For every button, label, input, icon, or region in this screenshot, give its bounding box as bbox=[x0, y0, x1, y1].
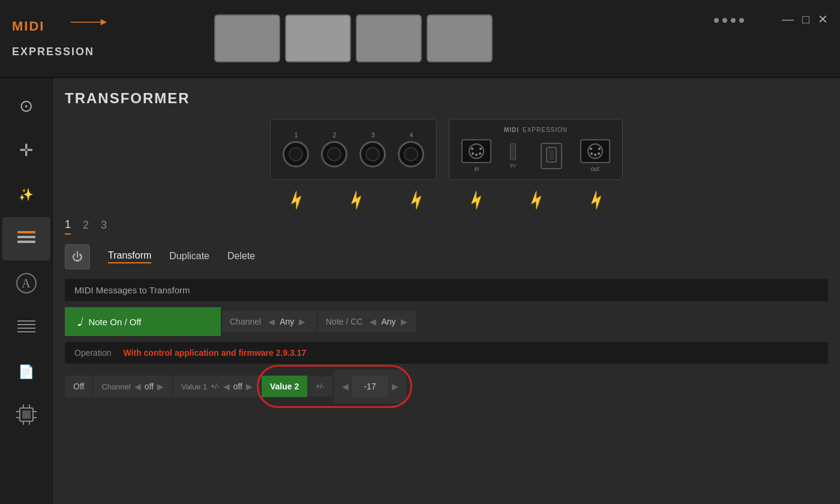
op-value2-wrapper: Value 2 +/- ◀ -17 ▶ bbox=[262, 370, 407, 403]
duplicate-link[interactable]: Duplicate bbox=[169, 251, 209, 263]
port-label-4: 4 bbox=[409, 131, 413, 139]
sidebar-item-pdf[interactable]: 📄 bbox=[2, 350, 50, 394]
note-icon: ♩ bbox=[77, 314, 82, 329]
svg-rect-2 bbox=[17, 231, 35, 233]
svg-rect-3 bbox=[17, 236, 35, 238]
op-value2-arrow-right[interactable]: ▶ bbox=[392, 382, 398, 391]
op-channel-value: off bbox=[145, 382, 154, 391]
in-label: in bbox=[475, 166, 479, 172]
channel-arrow-right[interactable]: ▶ bbox=[299, 317, 305, 326]
tab-3[interactable]: 3 bbox=[101, 219, 107, 234]
sidebar-item-lines[interactable] bbox=[2, 306, 50, 349]
svg-point-23 bbox=[472, 152, 474, 155]
svg-marker-1 bbox=[101, 19, 107, 25]
power-icon: ⏻ bbox=[72, 251, 83, 263]
power-label: 9V bbox=[509, 163, 516, 169]
port-jack-3 bbox=[359, 141, 386, 167]
tab-2[interactable]: 2 bbox=[83, 219, 89, 234]
operation-label: Operation bbox=[74, 348, 111, 358]
device-connectors: in 9V bbox=[461, 139, 610, 172]
midi-in-connector bbox=[461, 139, 491, 163]
main-layout: ⊙ ✛ ✨ A bbox=[0, 78, 840, 504]
top-button-2[interactable] bbox=[285, 14, 351, 62]
svg-rect-10 bbox=[22, 410, 31, 419]
op-channel-arrow-left[interactable]: ◀ bbox=[134, 382, 141, 391]
sidebar: ⊙ ✛ ✨ A bbox=[0, 78, 53, 504]
op-value1-arrow-left[interactable]: ◀ bbox=[223, 382, 230, 391]
midi-type-label: Note On / Off bbox=[88, 317, 141, 327]
notecc-arrow-left[interactable]: ◀ bbox=[370, 317, 376, 326]
port-label-3: 3 bbox=[371, 131, 374, 139]
op-value2-value: -17 bbox=[352, 376, 388, 397]
cable-icon-3: ⚡ bbox=[404, 188, 428, 212]
top-buttons bbox=[214, 14, 493, 62]
transform-link[interactable]: Transform bbox=[108, 250, 151, 263]
content-area: TRANSFORMER 1 2 3 4 bbox=[53, 78, 840, 504]
port-group-1: 1 bbox=[283, 131, 309, 167]
svg-rect-8 bbox=[17, 331, 35, 332]
logo-expression: EXPRESSION bbox=[12, 46, 94, 57]
sidebar-item-dial[interactable]: ⊙ bbox=[2, 84, 50, 127]
midi-row: ♩ Note On / Off Channel ◀ Any ▶ Note / C… bbox=[65, 307, 828, 336]
svg-point-19 bbox=[469, 144, 484, 158]
device-trs-box: 1 2 3 4 bbox=[270, 119, 437, 180]
device-area: 1 2 3 4 MIDI bbox=[65, 119, 828, 180]
port-label-1: 1 bbox=[294, 131, 298, 139]
port-jack-4 bbox=[398, 141, 424, 167]
dots-menu[interactable] bbox=[714, 18, 744, 23]
maximize-button[interactable]: □ bbox=[802, 13, 809, 26]
port-group-2: 2 bbox=[321, 131, 347, 167]
lines-icon bbox=[17, 318, 35, 337]
top-button-1[interactable] bbox=[214, 14, 280, 62]
cable-icon-4: ⚡ bbox=[464, 188, 488, 212]
notecc-value: Any bbox=[381, 317, 395, 326]
operation-warning: With control application and firmware 2.… bbox=[123, 348, 306, 358]
close-button[interactable]: ✕ bbox=[818, 12, 828, 26]
svg-rect-26 bbox=[549, 150, 554, 160]
op-value2-label: Value 2 bbox=[270, 382, 299, 391]
top-button-4[interactable] bbox=[427, 14, 493, 62]
tabs-row: 1 2 3 bbox=[65, 218, 828, 235]
midi-type-button[interactable]: ♩ Note On / Off bbox=[65, 307, 221, 336]
svg-rect-6 bbox=[17, 324, 35, 325]
logo: MIDI EXPRESSION bbox=[12, 20, 94, 57]
svg-rect-7 bbox=[17, 328, 35, 329]
a-icon: A bbox=[16, 273, 37, 293]
power-button[interactable]: ⏻ bbox=[65, 244, 90, 269]
logo-arrow-icon bbox=[71, 17, 107, 28]
dot-3 bbox=[731, 18, 736, 23]
minimize-button[interactable]: — bbox=[782, 13, 794, 26]
sidebar-item-move[interactable]: ✛ bbox=[2, 128, 50, 172]
op-off-label: Off bbox=[73, 382, 84, 391]
move-icon: ✛ bbox=[19, 140, 33, 160]
page-title: TRANSFORMER bbox=[65, 90, 828, 107]
sidebar-item-chip[interactable] bbox=[2, 395, 50, 438]
cable-icon-1: ⚡ bbox=[284, 188, 308, 212]
op-value1-pm: +/- bbox=[211, 382, 219, 391]
notecc-arrow-right[interactable]: ▶ bbox=[401, 317, 407, 326]
channel-label: Channel bbox=[230, 317, 261, 326]
top-button-3[interactable] bbox=[356, 14, 422, 62]
svg-point-21 bbox=[479, 148, 482, 150]
operation-bar: Operation With control application and f… bbox=[65, 342, 828, 364]
op-channel-arrow-right[interactable]: ▶ bbox=[157, 382, 164, 391]
svg-rect-5 bbox=[17, 320, 35, 322]
dial-icon: ⊙ bbox=[19, 96, 33, 116]
svg-point-27 bbox=[588, 144, 602, 158]
sidebar-item-list[interactable] bbox=[2, 217, 50, 260]
op-value2-arrow-left[interactable]: ◀ bbox=[342, 382, 349, 391]
channel-arrow-left[interactable]: ◀ bbox=[268, 317, 275, 326]
sidebar-item-wand[interactable]: ✨ bbox=[2, 173, 50, 216]
delete-link[interactable]: Delete bbox=[227, 251, 255, 263]
port-jack-1 bbox=[283, 141, 309, 167]
op-value2-pm: +/- bbox=[307, 376, 333, 397]
port-group-3: 3 bbox=[359, 131, 386, 167]
op-value1-arrow-right[interactable]: ▶ bbox=[246, 382, 253, 391]
notecc-param: Note / CC ◀ Any ▶ bbox=[317, 311, 416, 332]
tab-1[interactable]: 1 bbox=[65, 218, 71, 235]
device-midi-box: MIDI EXPRESSION bbox=[449, 119, 622, 180]
title-bar: MIDI EXPRESSION — □ ✕ bbox=[0, 0, 840, 78]
svg-point-28 bbox=[590, 148, 592, 150]
sidebar-item-a[interactable]: A bbox=[2, 262, 50, 305]
port-group-4: 4 bbox=[398, 131, 424, 167]
